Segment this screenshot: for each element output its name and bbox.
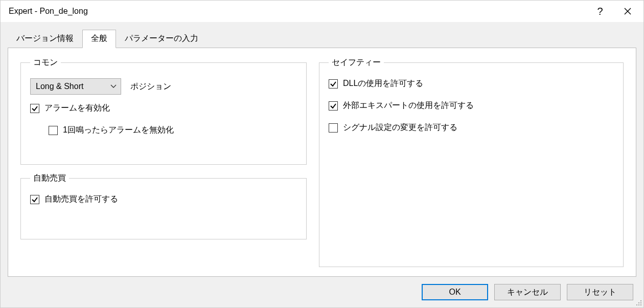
cancel-button[interactable]: キャンセル (494, 284, 561, 300)
group-safety-legend: セイフティー (329, 57, 384, 68)
checkbox-allow-signal-change[interactable]: シグナル設定の変更を許可する (329, 122, 614, 133)
checkbox-allow-auto-trade[interactable]: 自動売買を許可する (30, 194, 297, 205)
client-area: バージョン情報 全般 パラメーターの入力 コモン Long & Short ポ (1, 22, 643, 307)
group-common: コモン Long & Short ポジション ア (20, 57, 307, 165)
tab-content: コモン Long & Short ポジション ア (8, 48, 636, 277)
checkbox-label: アラームを有効化 (44, 103, 110, 114)
svg-point-2 (640, 300, 641, 301)
check-icon (330, 80, 337, 87)
dialog-window: Expert - Pon_de_long ? バージョン情報 全般 パラメーター… (0, 0, 644, 308)
group-common-legend: コモン (30, 57, 61, 68)
ok-button[interactable]: OK (422, 284, 488, 300)
svg-point-3 (638, 302, 639, 303)
dialog-button-row: OK キャンセル リセット (8, 277, 636, 307)
left-column: コモン Long & Short ポジション ア (20, 57, 307, 267)
group-safety: セイフティー DLLの使用を許可する 外部エキスパートの使用を許可する シ (319, 57, 624, 267)
checkbox-alarm-once-disable[interactable]: 1回鳴ったらアラームを無効化 (49, 125, 297, 136)
checkbox-allow-dll[interactable]: DLLの使用を許可する (329, 78, 614, 89)
tab-version-info[interactable]: バージョン情報 (8, 30, 82, 48)
svg-point-5 (636, 304, 637, 305)
svg-point-4 (640, 302, 641, 303)
group-auto-trade-legend: 自動売買 (30, 173, 69, 184)
close-icon (624, 8, 631, 15)
checkbox-allow-external-expert[interactable]: 外部エキスパートの使用を許可する (329, 100, 614, 111)
group-auto-trade: 自動売買 自動売買を許可する (20, 173, 307, 239)
checkbox-label: シグナル設定の変更を許可する (343, 122, 457, 133)
svg-point-7 (640, 304, 641, 305)
checkbox-label: 外部エキスパートの使用を許可する (343, 100, 474, 111)
help-button[interactable]: ? (586, 1, 614, 22)
chevron-down-icon (110, 84, 117, 89)
window-title: Expert - Pon_de_long (9, 7, 586, 16)
close-button[interactable] (614, 1, 641, 22)
titlebar: Expert - Pon_de_long ? (1, 1, 643, 22)
position-combo[interactable]: Long & Short (30, 78, 121, 95)
right-column: セイフティー DLLの使用を許可する 外部エキスパートの使用を許可する シ (319, 57, 624, 267)
check-icon (330, 102, 337, 109)
tab-strip: バージョン情報 全般 パラメーターの入力 (8, 29, 636, 48)
reset-button[interactable]: リセット (567, 284, 633, 300)
check-icon (31, 105, 38, 112)
checkbox-label: DLLの使用を許可する (343, 78, 423, 89)
checkbox-label: 自動売買を許可する (44, 194, 118, 205)
check-icon (31, 196, 38, 203)
checkbox-label: 1回鳴ったらアラームを無効化 (63, 125, 174, 136)
position-label: ポジション (130, 81, 171, 92)
resize-grip-icon[interactable] (635, 299, 642, 306)
tab-parameters[interactable]: パラメーターの入力 (116, 30, 207, 48)
tab-general[interactable]: 全般 (82, 30, 116, 48)
position-combo-value: Long & Short (36, 82, 83, 91)
checkbox-alarm-enable[interactable]: アラームを有効化 (30, 103, 297, 114)
svg-point-6 (638, 304, 639, 305)
